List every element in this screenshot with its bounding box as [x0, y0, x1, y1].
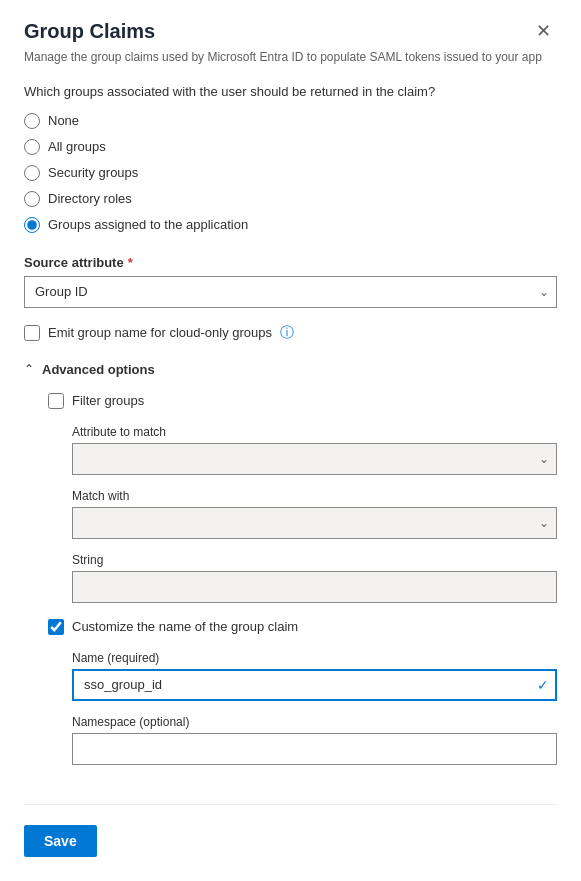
radio-groups-assigned-label: Groups assigned to the application: [48, 217, 248, 232]
radio-none[interactable]: None: [24, 113, 557, 129]
attribute-to-match-label: Attribute to match: [72, 425, 557, 439]
info-icon[interactable]: ⓘ: [280, 324, 294, 342]
radio-all-groups-label: All groups: [48, 139, 106, 154]
panel-subtitle: Manage the group claims used by Microsof…: [24, 49, 557, 66]
attribute-to-match-select[interactable]: [72, 443, 557, 475]
radio-none-label: None: [48, 113, 79, 128]
radio-all-groups-input[interactable]: [24, 139, 40, 155]
advanced-content: Filter groups Attribute to match ⌄ Match…: [24, 393, 557, 765]
match-with-select-wrapper: ⌄: [72, 507, 557, 539]
save-button[interactable]: Save: [24, 825, 97, 857]
match-with-label: Match with: [72, 489, 557, 503]
namespace-input[interactable]: [72, 733, 557, 765]
customize-checkbox-label[interactable]: Customize the name of the group claim: [72, 619, 298, 634]
name-field-group: Name (required) ✓: [72, 651, 557, 701]
name-input[interactable]: [72, 669, 557, 701]
source-attribute-field: Source attribute * Group ID sAMAccountNa…: [24, 255, 557, 308]
radio-groups-assigned-input[interactable]: [24, 217, 40, 233]
namespace-field-label: Namespace (optional): [72, 715, 557, 729]
filter-groups-row: Filter groups: [48, 393, 557, 409]
customize-checkbox[interactable]: [48, 619, 64, 635]
radio-security-groups[interactable]: Security groups: [24, 165, 557, 181]
namespace-field-group: Namespace (optional): [72, 715, 557, 765]
radio-security-groups-label: Security groups: [48, 165, 138, 180]
match-with-field: Match with ⌄: [72, 489, 557, 539]
attribute-to-match-field: Attribute to match ⌄: [72, 425, 557, 475]
save-bar: Save: [24, 804, 557, 857]
close-button[interactable]: ✕: [530, 20, 557, 42]
radio-groups-assigned[interactable]: Groups assigned to the application: [24, 217, 557, 233]
radio-directory-roles-input[interactable]: [24, 191, 40, 207]
panel-title: Group Claims: [24, 20, 155, 43]
radio-none-input[interactable]: [24, 113, 40, 129]
radio-security-groups-input[interactable]: [24, 165, 40, 181]
name-check-icon: ✓: [537, 677, 549, 693]
radio-all-groups[interactable]: All groups: [24, 139, 557, 155]
required-star: *: [128, 255, 133, 270]
emit-checkbox-row: Emit group name for cloud-only groups ⓘ: [24, 324, 557, 342]
name-input-wrapper: ✓: [72, 669, 557, 701]
question-label: Which groups associated with the user sh…: [24, 84, 557, 99]
customize-checkbox-row: Customize the name of the group claim: [48, 619, 557, 635]
advanced-header[interactable]: ⌃ Advanced options: [24, 362, 557, 377]
emit-checkbox[interactable]: [24, 325, 40, 341]
source-attribute-label: Source attribute *: [24, 255, 557, 270]
string-field: String: [72, 553, 557, 603]
radio-directory-roles[interactable]: Directory roles: [24, 191, 557, 207]
filter-sub-fields: Attribute to match ⌄ Match with ⌄: [48, 425, 557, 603]
group-claims-panel: Group Claims ✕ Manage the group claims u…: [0, 0, 581, 881]
string-input[interactable]: [72, 571, 557, 603]
source-attribute-select-wrapper: Group ID sAMAccountName NetBIOSDomain\sA…: [24, 276, 557, 308]
emit-checkbox-label[interactable]: Emit group name for cloud-only groups: [48, 325, 272, 340]
string-label: String: [72, 553, 557, 567]
name-fields: Name (required) ✓ Namespace (optional): [48, 651, 557, 765]
source-attribute-select[interactable]: Group ID sAMAccountName NetBIOSDomain\sA…: [24, 276, 557, 308]
radio-group: None All groups Security groups Director…: [24, 113, 557, 233]
filter-groups-checkbox[interactable]: [48, 393, 64, 409]
advanced-section: ⌃ Advanced options Filter groups Attribu…: [24, 362, 557, 765]
match-with-select[interactable]: [72, 507, 557, 539]
panel-header: Group Claims ✕: [24, 20, 557, 43]
filter-groups-label[interactable]: Filter groups: [72, 393, 144, 408]
chevron-up-icon: ⌃: [24, 362, 34, 376]
advanced-title: Advanced options: [42, 362, 155, 377]
attribute-to-match-select-wrapper: ⌄: [72, 443, 557, 475]
radio-directory-roles-label: Directory roles: [48, 191, 132, 206]
name-field-label: Name (required): [72, 651, 557, 665]
